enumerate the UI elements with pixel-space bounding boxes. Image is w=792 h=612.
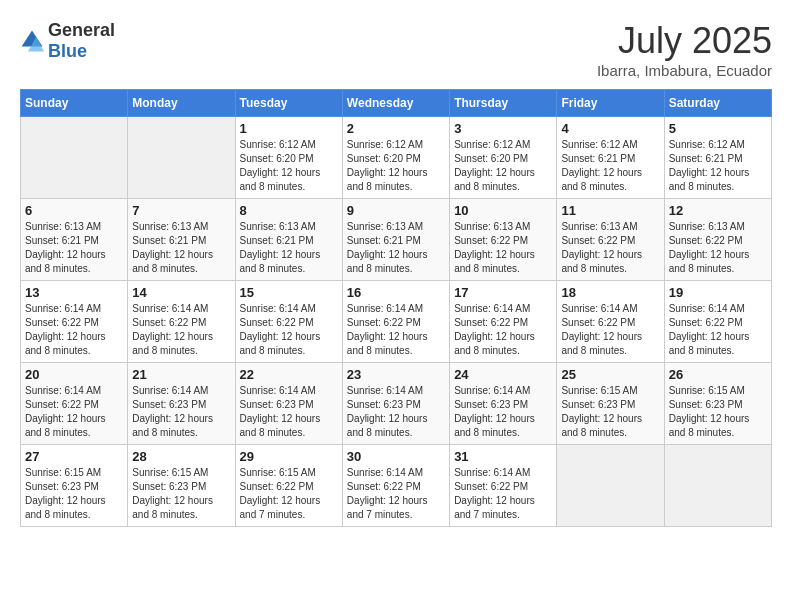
day-info: Sunrise: 6:14 AM Sunset: 6:22 PM Dayligh… <box>561 302 659 358</box>
day-info: Sunrise: 6:15 AM Sunset: 6:23 PM Dayligh… <box>132 466 230 522</box>
day-info: Sunrise: 6:14 AM Sunset: 6:22 PM Dayligh… <box>454 302 552 358</box>
header-day-tuesday: Tuesday <box>235 90 342 117</box>
day-info: Sunrise: 6:14 AM Sunset: 6:22 PM Dayligh… <box>347 466 445 522</box>
day-info: Sunrise: 6:13 AM Sunset: 6:21 PM Dayligh… <box>347 220 445 276</box>
day-number: 9 <box>347 203 445 218</box>
calendar-cell <box>128 117 235 199</box>
day-number: 18 <box>561 285 659 300</box>
calendar-table: SundayMondayTuesdayWednesdayThursdayFrid… <box>20 89 772 527</box>
calendar-cell: 6Sunrise: 6:13 AM Sunset: 6:21 PM Daylig… <box>21 199 128 281</box>
page-header: General Blue July 2025 Ibarra, Imbabura,… <box>20 20 772 79</box>
calendar-cell: 13Sunrise: 6:14 AM Sunset: 6:22 PM Dayli… <box>21 281 128 363</box>
day-number: 28 <box>132 449 230 464</box>
day-info: Sunrise: 6:13 AM Sunset: 6:22 PM Dayligh… <box>454 220 552 276</box>
week-row-2: 6Sunrise: 6:13 AM Sunset: 6:21 PM Daylig… <box>21 199 772 281</box>
calendar-cell: 16Sunrise: 6:14 AM Sunset: 6:22 PM Dayli… <box>342 281 449 363</box>
day-info: Sunrise: 6:12 AM Sunset: 6:20 PM Dayligh… <box>240 138 338 194</box>
day-number: 5 <box>669 121 767 136</box>
day-info: Sunrise: 6:15 AM Sunset: 6:22 PM Dayligh… <box>240 466 338 522</box>
day-info: Sunrise: 6:14 AM Sunset: 6:23 PM Dayligh… <box>347 384 445 440</box>
calendar-cell: 3Sunrise: 6:12 AM Sunset: 6:20 PM Daylig… <box>450 117 557 199</box>
day-info: Sunrise: 6:14 AM Sunset: 6:23 PM Dayligh… <box>454 384 552 440</box>
calendar-cell: 26Sunrise: 6:15 AM Sunset: 6:23 PM Dayli… <box>664 363 771 445</box>
calendar-cell: 27Sunrise: 6:15 AM Sunset: 6:23 PM Dayli… <box>21 445 128 527</box>
day-number: 25 <box>561 367 659 382</box>
header-day-thursday: Thursday <box>450 90 557 117</box>
header-day-sunday: Sunday <box>21 90 128 117</box>
day-number: 13 <box>25 285 123 300</box>
header-day-saturday: Saturday <box>664 90 771 117</box>
day-info: Sunrise: 6:13 AM Sunset: 6:22 PM Dayligh… <box>561 220 659 276</box>
calendar-title: July 2025 <box>597 20 772 62</box>
day-number: 31 <box>454 449 552 464</box>
calendar-cell <box>664 445 771 527</box>
day-number: 11 <box>561 203 659 218</box>
day-info: Sunrise: 6:14 AM Sunset: 6:22 PM Dayligh… <box>454 466 552 522</box>
calendar-cell <box>21 117 128 199</box>
header-day-friday: Friday <box>557 90 664 117</box>
day-number: 20 <box>25 367 123 382</box>
day-number: 22 <box>240 367 338 382</box>
day-info: Sunrise: 6:14 AM Sunset: 6:23 PM Dayligh… <box>240 384 338 440</box>
calendar-cell: 1Sunrise: 6:12 AM Sunset: 6:20 PM Daylig… <box>235 117 342 199</box>
calendar-cell: 8Sunrise: 6:13 AM Sunset: 6:21 PM Daylig… <box>235 199 342 281</box>
calendar-cell: 24Sunrise: 6:14 AM Sunset: 6:23 PM Dayli… <box>450 363 557 445</box>
day-number: 7 <box>132 203 230 218</box>
calendar-cell: 20Sunrise: 6:14 AM Sunset: 6:22 PM Dayli… <box>21 363 128 445</box>
day-number: 27 <box>25 449 123 464</box>
day-info: Sunrise: 6:12 AM Sunset: 6:20 PM Dayligh… <box>454 138 552 194</box>
calendar-cell: 5Sunrise: 6:12 AM Sunset: 6:21 PM Daylig… <box>664 117 771 199</box>
calendar-subtitle: Ibarra, Imbabura, Ecuador <box>597 62 772 79</box>
day-number: 1 <box>240 121 338 136</box>
week-row-4: 20Sunrise: 6:14 AM Sunset: 6:22 PM Dayli… <box>21 363 772 445</box>
logo-general: General <box>48 20 115 40</box>
day-info: Sunrise: 6:13 AM Sunset: 6:21 PM Dayligh… <box>240 220 338 276</box>
day-number: 16 <box>347 285 445 300</box>
logo: General Blue <box>20 20 115 62</box>
week-row-1: 1Sunrise: 6:12 AM Sunset: 6:20 PM Daylig… <box>21 117 772 199</box>
logo-blue: Blue <box>48 41 87 61</box>
calendar-cell <box>557 445 664 527</box>
calendar-cell: 31Sunrise: 6:14 AM Sunset: 6:22 PM Dayli… <box>450 445 557 527</box>
calendar-cell: 11Sunrise: 6:13 AM Sunset: 6:22 PM Dayli… <box>557 199 664 281</box>
header-day-monday: Monday <box>128 90 235 117</box>
day-number: 30 <box>347 449 445 464</box>
day-info: Sunrise: 6:13 AM Sunset: 6:21 PM Dayligh… <box>25 220 123 276</box>
day-number: 6 <box>25 203 123 218</box>
day-info: Sunrise: 6:15 AM Sunset: 6:23 PM Dayligh… <box>669 384 767 440</box>
day-number: 10 <box>454 203 552 218</box>
day-number: 8 <box>240 203 338 218</box>
week-row-3: 13Sunrise: 6:14 AM Sunset: 6:22 PM Dayli… <box>21 281 772 363</box>
calendar-cell: 17Sunrise: 6:14 AM Sunset: 6:22 PM Dayli… <box>450 281 557 363</box>
calendar-cell: 15Sunrise: 6:14 AM Sunset: 6:22 PM Dayli… <box>235 281 342 363</box>
logo-icon <box>20 29 44 53</box>
calendar-cell: 18Sunrise: 6:14 AM Sunset: 6:22 PM Dayli… <box>557 281 664 363</box>
day-info: Sunrise: 6:14 AM Sunset: 6:22 PM Dayligh… <box>669 302 767 358</box>
day-number: 4 <box>561 121 659 136</box>
day-number: 29 <box>240 449 338 464</box>
calendar-cell: 10Sunrise: 6:13 AM Sunset: 6:22 PM Dayli… <box>450 199 557 281</box>
day-info: Sunrise: 6:15 AM Sunset: 6:23 PM Dayligh… <box>561 384 659 440</box>
calendar-cell: 28Sunrise: 6:15 AM Sunset: 6:23 PM Dayli… <box>128 445 235 527</box>
day-info: Sunrise: 6:12 AM Sunset: 6:21 PM Dayligh… <box>669 138 767 194</box>
day-number: 26 <box>669 367 767 382</box>
calendar-cell: 14Sunrise: 6:14 AM Sunset: 6:22 PM Dayli… <box>128 281 235 363</box>
header-day-wednesday: Wednesday <box>342 90 449 117</box>
day-info: Sunrise: 6:14 AM Sunset: 6:22 PM Dayligh… <box>132 302 230 358</box>
calendar-cell: 30Sunrise: 6:14 AM Sunset: 6:22 PM Dayli… <box>342 445 449 527</box>
calendar-cell: 23Sunrise: 6:14 AM Sunset: 6:23 PM Dayli… <box>342 363 449 445</box>
day-info: Sunrise: 6:13 AM Sunset: 6:22 PM Dayligh… <box>669 220 767 276</box>
day-info: Sunrise: 6:14 AM Sunset: 6:22 PM Dayligh… <box>240 302 338 358</box>
day-info: Sunrise: 6:12 AM Sunset: 6:21 PM Dayligh… <box>561 138 659 194</box>
calendar-cell: 22Sunrise: 6:14 AM Sunset: 6:23 PM Dayli… <box>235 363 342 445</box>
day-number: 3 <box>454 121 552 136</box>
calendar-cell: 2Sunrise: 6:12 AM Sunset: 6:20 PM Daylig… <box>342 117 449 199</box>
calendar-cell: 9Sunrise: 6:13 AM Sunset: 6:21 PM Daylig… <box>342 199 449 281</box>
calendar-cell: 19Sunrise: 6:14 AM Sunset: 6:22 PM Dayli… <box>664 281 771 363</box>
day-info: Sunrise: 6:14 AM Sunset: 6:22 PM Dayligh… <box>347 302 445 358</box>
calendar-cell: 4Sunrise: 6:12 AM Sunset: 6:21 PM Daylig… <box>557 117 664 199</box>
day-number: 23 <box>347 367 445 382</box>
calendar-cell: 29Sunrise: 6:15 AM Sunset: 6:22 PM Dayli… <box>235 445 342 527</box>
day-number: 21 <box>132 367 230 382</box>
day-number: 14 <box>132 285 230 300</box>
